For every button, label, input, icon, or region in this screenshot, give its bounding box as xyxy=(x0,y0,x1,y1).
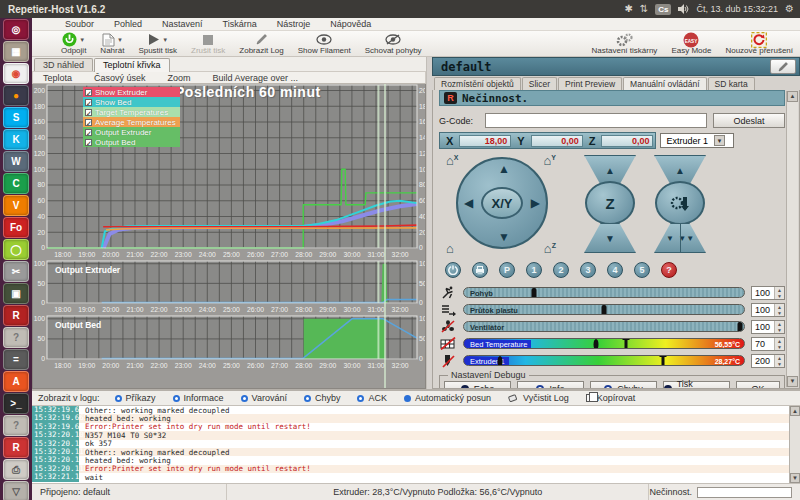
legend-checkbox[interactable]: ✓ xyxy=(85,129,92,136)
dock-item-unknown1[interactable]: ? xyxy=(3,327,29,348)
spinner-arrows[interactable]: ▲▼ xyxy=(774,287,784,299)
tab-slicer[interactable]: Slicer xyxy=(522,77,557,90)
menu-item-soubor[interactable]: Soubor xyxy=(56,19,103,29)
home-x-button[interactable]: ⌂X xyxy=(446,154,459,167)
legend-item[interactable]: ✓Show Bed xyxy=(83,97,180,107)
slider-track[interactable]: Průtok plastu xyxy=(463,304,745,315)
chart-menu-buildaverageover[interactable]: Build Average over ... xyxy=(203,73,308,83)
dock-item-trash[interactable]: ▽ xyxy=(3,481,29,500)
slider-value-spinner[interactable]: 100▲▼ xyxy=(751,303,785,317)
debug-toggle-info[interactable]: Info xyxy=(517,381,584,389)
log-filter-p--kazy[interactable]: Příkazy xyxy=(107,392,164,405)
tab-teplotn--k-ivka[interactable]: Teplotní křivka xyxy=(94,58,170,72)
dock-item-skype[interactable]: S xyxy=(3,107,29,128)
output-bed-chart[interactable]: 18:0019:0020:0021:0022:0023:0024:0025:00… xyxy=(33,315,425,371)
log-filter-varov-n-[interactable]: Varování xyxy=(233,392,295,405)
scroll-up-icon[interactable]: ▲ xyxy=(790,406,800,416)
legend-item[interactable]: ✓Target Temperatures xyxy=(83,107,180,117)
jog-y-plus-arrow[interactable]: ▲ xyxy=(498,163,510,175)
dock-item-chrome[interactable]: ◉ xyxy=(3,63,29,84)
log-action-vy-istit-log[interactable]: Vyčistit Log xyxy=(500,392,577,405)
z-center-button[interactable]: Z xyxy=(585,181,635,225)
extruder-center-button[interactable] xyxy=(655,181,705,225)
scroll-down-icon[interactable]: ▼ xyxy=(790,473,800,483)
slider-value-spinner[interactable]: 200▲▼ xyxy=(751,354,785,368)
slider-handle[interactable] xyxy=(737,322,742,332)
log-filter-informace[interactable]: Informace xyxy=(165,392,232,405)
spin-down-icon[interactable]: ▼ xyxy=(775,344,784,350)
extrude-down-button[interactable]: ▼ ▼▼ xyxy=(654,223,706,253)
dock-item-repetier[interactable]: R xyxy=(3,437,29,458)
toolbar-button-easy[interactable]: EASYEasy Mode xyxy=(664,31,718,56)
chart-menu-teplota[interactable]: Teplota xyxy=(33,73,82,83)
network-icon[interactable]: ⇅ xyxy=(640,4,648,14)
legend-checkbox[interactable]: ✓ xyxy=(85,119,92,126)
home-y-button[interactable]: ⌂Y xyxy=(543,154,556,167)
preset-button-1[interactable]: 1 xyxy=(526,262,542,278)
slider-handle[interactable] xyxy=(602,305,607,315)
menu-item-pohled[interactable]: Pohled xyxy=(105,19,151,29)
debug-toggle-tisk-nane-isto[interactable]: Tisk nanečisto xyxy=(663,381,730,389)
session-gear-icon[interactable]: ⚙ xyxy=(785,4,794,14)
legend-item[interactable]: ✓Output Extruder xyxy=(83,127,180,137)
slider-track[interactable]: Extruder 128,27°C xyxy=(463,355,745,366)
toolbar-button-plug[interactable]: ▼Odpojit xyxy=(54,31,93,56)
z-down-button[interactable]: ▼ xyxy=(584,223,636,253)
dock-item-slicer[interactable]: ✂ xyxy=(3,261,29,282)
menu-item-npovda[interactable]: Nápověda xyxy=(321,19,380,29)
spinner-arrows[interactable]: ▲▼ xyxy=(774,304,784,316)
gcode-input[interactable] xyxy=(485,113,707,128)
toolbar-button-eye-off[interactable]: Schovat pohyby xyxy=(358,31,429,56)
slider-target-marker[interactable] xyxy=(625,338,628,349)
chart-menu-asovsek[interactable]: Časový úsek xyxy=(84,73,156,83)
tab-3d-n-hled[interactable]: 3D náhled xyxy=(34,58,93,71)
preset-button-3[interactable]: 3 xyxy=(580,262,596,278)
dropdown-caret-icon[interactable]: ▼ xyxy=(117,37,123,43)
toolbar-button-eye[interactable]: Show Filament xyxy=(291,31,358,56)
dock-item-firefox[interactable]: ● xyxy=(3,85,29,106)
dock-item-software[interactable]: A xyxy=(3,371,29,392)
dock-item-kodi[interactable]: K xyxy=(3,129,29,150)
spinner-arrows[interactable]: ▲▼ xyxy=(774,355,784,367)
dock-item-dash[interactable]: ◎ xyxy=(3,19,29,40)
slider-track[interactable]: Ventilátor xyxy=(463,321,745,332)
dropdown-caret-icon[interactable]: ▼ xyxy=(162,37,168,43)
spin-down-icon[interactable]: ▼ xyxy=(775,361,784,367)
log-filter-automatick--posun[interactable]: Automatický posun xyxy=(396,392,499,405)
slider-track[interactable]: Pohyb xyxy=(463,287,745,298)
motors-off-button[interactable] xyxy=(445,262,461,278)
log-filter-chyby[interactable]: Chyby xyxy=(296,392,349,405)
toolbar-button-gears[interactable]: Nastavení tiskárny xyxy=(585,31,665,56)
indicator-icon[interactable]: ✱ xyxy=(624,4,632,14)
dock-item-camo[interactable]: ▣ xyxy=(3,283,29,304)
spinner-arrows[interactable]: ▲▼ xyxy=(774,321,784,333)
legend-checkbox[interactable]: ✓ xyxy=(85,99,92,106)
panel-scrollbar[interactable]: ▲ ▼ xyxy=(786,91,798,387)
xy-pad[interactable]: ▲ ▼ ◀ ▶ X/Y xyxy=(456,157,548,249)
scroll-up-icon[interactable]: ▲ xyxy=(787,91,798,102)
dock-item-printer[interactable]: ⎙ xyxy=(3,459,29,480)
home-all-button[interactable]: ⌂ xyxy=(446,242,454,255)
tab-print-preview[interactable]: Print Preview xyxy=(558,77,622,90)
spin-down-icon[interactable]: ▼ xyxy=(775,310,784,316)
log-action-kop-rovat[interactable]: Kopírovat xyxy=(578,392,644,405)
slider-target-marker[interactable] xyxy=(661,355,664,366)
legend-item[interactable]: ✓Average Temperatures xyxy=(83,117,180,127)
xy-center-button[interactable]: X/Y xyxy=(481,187,523,219)
dropdown-caret-icon[interactable]: ▼ xyxy=(79,37,85,43)
log-filter-ack[interactable]: ACK xyxy=(349,392,395,405)
output-extruder-chart[interactable]: 18:0019:0020:0021:0022:0023:0024:0025:00… xyxy=(33,260,425,315)
dock-item-calc[interactable]: C xyxy=(3,173,29,194)
legend-item[interactable]: ✓Output Bed xyxy=(83,137,180,147)
dock-item-ring[interactable]: ◯ xyxy=(3,239,29,260)
slider-handle[interactable] xyxy=(498,356,503,366)
spinner-arrows[interactable]: ▲▼ xyxy=(774,338,784,350)
toolbar-button-play[interactable]: ▼Spustit tisk xyxy=(131,31,184,56)
keyboard-layout-indicator[interactable]: Cs xyxy=(655,4,671,15)
slider-value-spinner[interactable]: 70▲▼ xyxy=(751,337,785,351)
edit-profile-button[interactable] xyxy=(770,59,796,74)
slider-value-spinner[interactable]: 100▲▼ xyxy=(751,320,785,334)
toolbar-button-emergency[interactable]: Nouzové přerušení xyxy=(718,31,800,56)
debug-ok-button[interactable]: OK xyxy=(736,381,780,389)
slider-value-spinner[interactable]: 100▲▼ xyxy=(751,286,785,300)
